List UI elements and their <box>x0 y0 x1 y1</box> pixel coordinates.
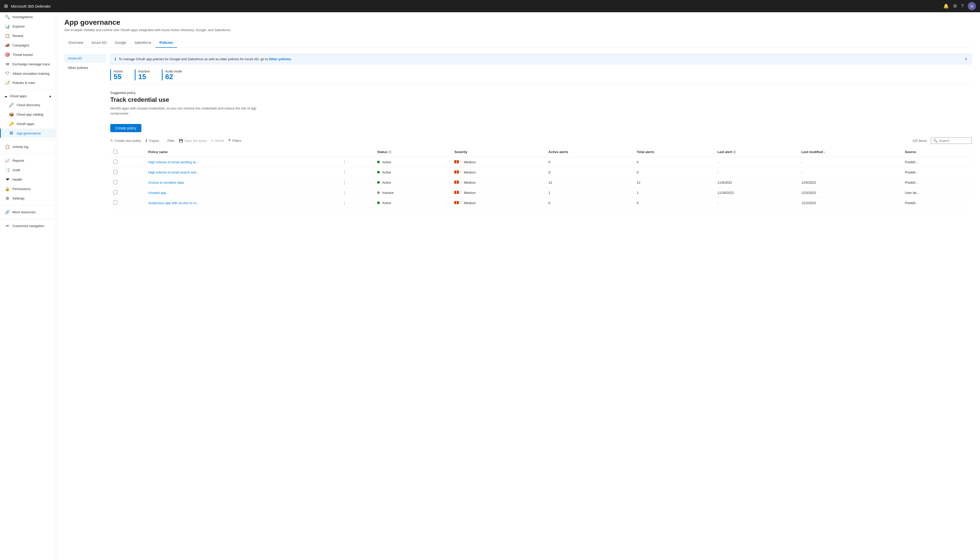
sidebar-item-label: Explorer <box>13 25 25 28</box>
sidebar-item-exchange[interactable]: ✉ Exchange message trace <box>0 60 56 69</box>
cell-checkbox[interactable] <box>110 167 145 178</box>
tab-google[interactable]: Google <box>111 38 130 48</box>
th-source[interactable]: Source <box>902 147 972 157</box>
row-checkbox[interactable] <box>113 180 117 184</box>
reset-button[interactable]: ✕ Reset <box>211 139 224 143</box>
left-nav-azure-ad[interactable]: Azure AD <box>64 54 106 63</box>
cell-more[interactable]: ⋮ <box>340 188 374 198</box>
sidebar-item-cloud-app-catalog[interactable]: 📦 Cloud app catalog <box>0 110 56 119</box>
sidebar-item-audit[interactable]: 📑 Audit <box>0 165 56 175</box>
waffle-icon[interactable]: ⊞ <box>4 3 8 9</box>
create-policy-button[interactable]: Create policy <box>110 124 142 132</box>
cell-policy-name[interactable]: Access to sensitive data <box>145 178 340 188</box>
more-options-icon[interactable]: ⋮ <box>342 191 347 195</box>
th-active-alerts[interactable]: Active alerts <box>545 147 634 157</box>
sidebar-item-permissions[interactable]: 🔒 Permissions <box>0 184 56 193</box>
cell-policy-name[interactable]: High volume of email sending ac... <box>145 157 340 167</box>
sidebar-item-more-resources[interactable]: 🔗 More resources <box>0 207 56 217</box>
tab-salesforce[interactable]: Salesforce <box>130 38 155 48</box>
left-nav-other-policies[interactable]: Other policies <box>64 63 106 72</box>
sidebar-item-investigations[interactable]: 🔍 Investigations <box>0 12 56 22</box>
cell-more[interactable]: ⋮ <box>340 157 374 167</box>
other-policies-link[interactable]: Other policies <box>269 57 291 61</box>
row-checkbox[interactable] <box>113 190 117 194</box>
severity-bar-3 <box>459 160 462 163</box>
severity-bars <box>454 170 462 173</box>
cell-more[interactable]: ⋮ <box>340 167 374 178</box>
help-icon[interactable]: ? <box>961 3 964 9</box>
th-checkbox[interactable] <box>110 147 145 157</box>
sidebar-section-cloud-apps[interactable]: ☁ Cloud apps ▲ <box>0 92 56 100</box>
more-options-icon[interactable]: ⋮ <box>342 170 347 175</box>
cell-checkbox[interactable] <box>110 188 145 198</box>
sidebar-item-app-governance[interactable]: 🏛 App governance <box>0 128 56 138</box>
avatar[interactable]: U <box>968 2 976 10</box>
search-input[interactable] <box>939 139 970 143</box>
status-info-icon[interactable]: ⓘ <box>388 150 391 153</box>
cell-more[interactable]: ⋮ <box>340 178 374 188</box>
stat-inactive-value: 15 <box>138 73 150 80</box>
tab-azure-ad[interactable]: Azure AD <box>87 38 110 48</box>
export-button[interactable]: ⬇ Export <box>145 139 159 143</box>
sidebar-item-customize-nav[interactable]: ✏ Customize navigation <box>0 221 56 231</box>
toolbar: ✎ Create new policy ⬇ Export Filter 💾 <box>110 137 972 144</box>
save-query-button[interactable]: 💾 Save the query <box>179 139 207 143</box>
th-total-alerts[interactable]: Total alerts <box>634 147 714 157</box>
severity-bar-2 <box>457 191 459 194</box>
sidebar-item-threat-tracker[interactable]: 🎯 Threat tracker <box>0 50 56 60</box>
row-checkbox[interactable] <box>113 200 117 205</box>
filter-button[interactable]: Filter <box>167 139 175 143</box>
bell-icon[interactable]: 🔔 <box>943 3 949 9</box>
sidebar-item-campaigns[interactable]: 📣 Campaigns <box>0 40 56 50</box>
cell-policy-name[interactable]: Unused app <box>145 188 340 198</box>
close-banner-button[interactable]: ✕ <box>965 57 967 61</box>
cell-status: Active <box>374 178 451 188</box>
more-options-icon[interactable]: ⋮ <box>342 180 347 185</box>
activity-log-icon: 📋 <box>5 144 10 149</box>
cell-checkbox[interactable] <box>110 178 145 188</box>
stat-active: Active 55 <box>110 69 128 80</box>
more-options-icon[interactable]: ⋮ <box>342 201 347 205</box>
sidebar-item-label: App governance <box>17 132 41 135</box>
row-checkbox[interactable] <box>113 160 117 164</box>
sidebar-item-label: OAuth apps <box>17 122 34 126</box>
cell-total-alerts: 0 <box>634 157 714 167</box>
sidebar-item-settings[interactable]: ⚙ Settings <box>0 193 56 203</box>
th-status[interactable]: Status ⓘ <box>374 147 451 157</box>
severity-text: Medium <box>464 170 476 174</box>
cell-checkbox[interactable] <box>110 157 145 167</box>
sidebar-item-reports[interactable]: 📈 Reports <box>0 156 56 165</box>
cell-policy-name[interactable]: Suspicious app with access to m... <box>145 198 340 208</box>
last-alert-info-icon[interactable]: ⓘ <box>733 150 736 153</box>
row-checkbox[interactable] <box>113 170 117 174</box>
sidebar-item-explorer[interactable]: 📊 Explorer <box>0 22 56 31</box>
th-policy-name[interactable]: Policy name <box>145 147 340 157</box>
sidebar-item-review[interactable]: 📋 Review <box>0 31 56 40</box>
tab-overview[interactable]: Overview <box>64 38 87 48</box>
tab-policies[interactable]: Policies <box>155 38 177 48</box>
th-severity[interactable]: Severity <box>451 147 545 157</box>
more-options-icon[interactable]: ⋮ <box>342 160 347 164</box>
sidebar-item-health[interactable]: ❤ Health <box>0 175 56 184</box>
filters-button[interactable]: ⧩ Filters <box>228 138 241 143</box>
sidebar: 🔍 Investigations 📊 Explorer 📋 Review 📣 C… <box>0 12 56 560</box>
select-all-checkbox[interactable] <box>113 150 117 153</box>
gear-icon[interactable]: ⚙ <box>953 3 957 9</box>
sidebar-item-activity-log[interactable]: 📋 Activity log <box>0 142 56 152</box>
severity-bar-1 <box>454 191 456 194</box>
th-last-modified[interactable]: Last modified ↓ <box>798 147 902 157</box>
cell-policy-name[interactable]: High volume of email search acti... <box>145 167 340 178</box>
campaigns-icon: 📣 <box>5 43 10 48</box>
sidebar-divider-5 <box>0 219 56 219</box>
sidebar-item-oauth-apps[interactable]: 🔑 OAuth apps <box>0 119 56 128</box>
cell-more[interactable]: ⋮ <box>340 198 374 208</box>
th-last-alert[interactable]: Last alert ⓘ <box>714 147 798 157</box>
create-new-policy-button[interactable]: ✎ Create new policy <box>110 139 141 143</box>
save-query-label: Save the query <box>185 139 207 143</box>
sidebar-item-cloud-discovery[interactable]: 🔎 Cloud discovery <box>0 100 56 110</box>
sidebar-item-policies[interactable]: 📝 Policies & rules <box>0 78 56 88</box>
sidebar-item-attack-sim[interactable]: 🛡 Attack simulation training <box>0 69 56 78</box>
right-content: ℹ To manage OAuth app policies for Googl… <box>110 54 972 208</box>
cell-checkbox[interactable] <box>110 198 145 208</box>
explorer-icon: 📊 <box>5 24 10 29</box>
